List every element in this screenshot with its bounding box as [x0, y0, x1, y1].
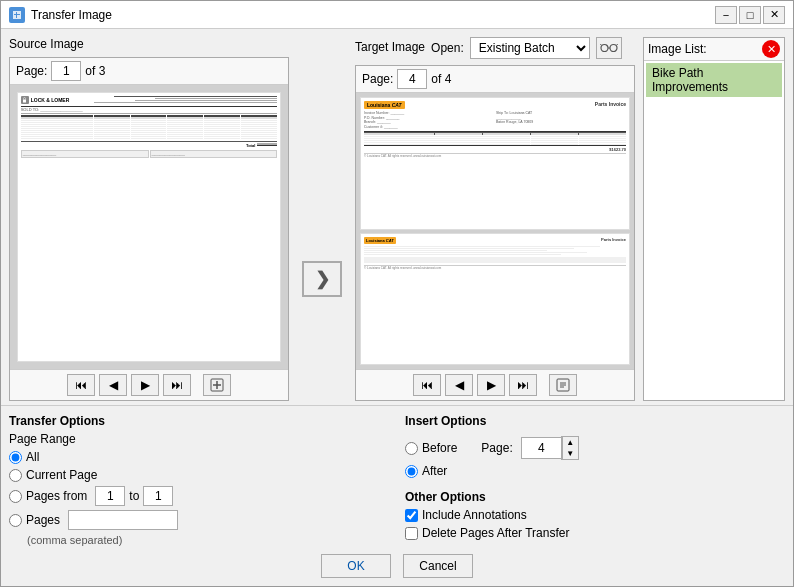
target-nav-buttons: ⏮ ◀ ▶ ⏭ [356, 369, 634, 400]
insert-options-group: Insert Options Before Page: ▲ ▼ [405, 414, 785, 546]
include-annotations-checkbox[interactable] [405, 509, 418, 522]
to-label: to [129, 489, 139, 503]
target-prev-button[interactable]: ◀ [445, 374, 473, 396]
svg-point-7 [601, 45, 608, 52]
source-add-button[interactable] [203, 374, 231, 396]
after-label[interactable]: After [422, 464, 447, 478]
before-radio[interactable] [405, 442, 418, 455]
from-input[interactable] [95, 486, 125, 506]
svg-line-10 [600, 44, 601, 45]
center-transfer: ❯ [297, 37, 347, 401]
delete-pages-label[interactable]: Delete Pages After Transfer [422, 526, 569, 540]
window-title: Transfer Image [31, 8, 715, 22]
svg-line-11 [617, 44, 618, 45]
range-inputs: to [95, 486, 173, 506]
target-special-button[interactable] [549, 374, 577, 396]
target-page-label: Page: [362, 72, 393, 86]
transfer-image-window: Transfer Image − □ ✕ Source Image Page: … [0, 0, 794, 587]
source-document: LOCK & LOMER SOLD TO: __________________… [17, 92, 282, 362]
page-range-label: Page Range [9, 432, 389, 446]
source-page-input[interactable] [51, 61, 81, 81]
ok-button[interactable]: OK [321, 554, 391, 578]
source-image-area: LOCK & LOMER SOLD TO: __________________… [10, 85, 288, 369]
image-list-close-button[interactable]: ✕ [762, 40, 780, 58]
page-up-button[interactable]: ▲ [562, 437, 578, 448]
source-next-button[interactable]: ▶ [131, 374, 159, 396]
before-radio-row: Before Page: ▲ ▼ [405, 436, 785, 460]
close-button[interactable]: ✕ [763, 6, 785, 24]
insert-options-title: Insert Options [405, 414, 785, 428]
pages-from-label[interactable]: Pages from [26, 489, 87, 503]
target-next-button[interactable]: ▶ [477, 374, 505, 396]
list-item[interactable]: Bike Path Improvements [646, 63, 782, 97]
target-label: Target Image [355, 40, 425, 54]
window-icon [9, 7, 25, 23]
source-image-panel: Page: of 3 LOCK & LOMER [9, 57, 289, 401]
cancel-button[interactable]: Cancel [403, 554, 473, 578]
source-nav-buttons: ⏮ ◀ ▶ ⏭ [10, 369, 288, 400]
before-label[interactable]: Before [422, 441, 457, 455]
source-prev-button[interactable]: ◀ [99, 374, 127, 396]
include-annotations-label[interactable]: Include Annotations [422, 508, 527, 522]
page-label-insert: Page: [481, 441, 512, 455]
maximize-button[interactable]: □ [739, 6, 761, 24]
delete-pages-checkbox[interactable] [405, 527, 418, 540]
pages-from-radio-row: Pages from to [9, 486, 389, 506]
target-image-area: Louisiana CAT Parts Invoice Invoice Numb… [356, 93, 634, 369]
image-list-panel: Image List: ✕ Bike Path Improvements [643, 37, 785, 401]
pages-radio-label[interactable]: Pages [26, 513, 60, 527]
after-radio[interactable] [405, 465, 418, 478]
page-range-group: Transfer Options Page Range All Current … [9, 414, 389, 546]
after-radio-row: After [405, 464, 785, 478]
all-radio[interactable] [9, 451, 22, 464]
all-radio-label[interactable]: All [26, 450, 39, 464]
svg-rect-2 [16, 12, 17, 18]
other-options-title: Other Options [405, 490, 785, 504]
pages-input[interactable] [68, 510, 178, 530]
source-of-text: of 3 [85, 64, 105, 78]
current-radio-label[interactable]: Current Page [26, 468, 97, 482]
pages-radio[interactable] [9, 514, 22, 527]
svg-point-8 [610, 45, 617, 52]
target-image-panel: Page: of 4 Louisiana CAT Parts Invoice [355, 65, 635, 401]
open-select[interactable]: Existing Batch New Batch [470, 37, 590, 59]
image-list-header: Image List: ✕ [644, 38, 784, 61]
source-page-nav: Page: of 3 [10, 58, 288, 85]
to-input[interactable] [143, 486, 173, 506]
target-page-input[interactable] [397, 69, 427, 89]
transfer-options-title: Transfer Options [9, 414, 389, 428]
target-of-text: of 4 [431, 72, 451, 86]
glasses-button[interactable] [596, 37, 622, 59]
source-page-label: Page: [16, 64, 47, 78]
transfer-button[interactable]: ❯ [302, 261, 342, 297]
source-label: Source Image [9, 37, 289, 51]
page-down-button[interactable]: ▼ [562, 448, 578, 459]
current-radio[interactable] [9, 469, 22, 482]
target-first-button[interactable]: ⏮ [413, 374, 441, 396]
source-last-button[interactable]: ⏭ [163, 374, 191, 396]
pages-from-radio[interactable] [9, 490, 22, 503]
target-page-nav: Page: of 4 [356, 66, 634, 93]
window-controls: − □ ✕ [715, 6, 785, 24]
right-panel: Image List: ✕ Bike Path Improvements [643, 37, 785, 401]
title-bar: Transfer Image − □ ✕ [1, 1, 793, 29]
target-header: Target Image Open: Existing Batch New Ba… [355, 37, 635, 59]
target-last-button[interactable]: ⏭ [509, 374, 537, 396]
transfer-options: Transfer Options Page Range All Current … [9, 414, 785, 546]
all-radio-row: All [9, 450, 389, 464]
comma-note: (comma separated) [27, 534, 389, 546]
svg-rect-3 [23, 99, 26, 102]
pages-radio-row: Pages [9, 510, 389, 530]
ok-cancel-row: OK Cancel [9, 554, 785, 578]
current-radio-row: Current Page [9, 468, 389, 482]
source-panel: Source Image Page: of 3 [9, 37, 289, 401]
include-annotations-row: Include Annotations [405, 508, 785, 522]
insert-page-input[interactable] [521, 437, 561, 459]
image-list-items: Bike Path Improvements [644, 61, 784, 400]
bottom-section: Transfer Options Page Range All Current … [1, 405, 793, 586]
source-first-button[interactable]: ⏮ [67, 374, 95, 396]
delete-pages-row: Delete Pages After Transfer [405, 526, 785, 540]
minimize-button[interactable]: − [715, 6, 737, 24]
main-content: Source Image Page: of 3 [1, 29, 793, 405]
page-spinner: ▲ ▼ [561, 436, 579, 460]
